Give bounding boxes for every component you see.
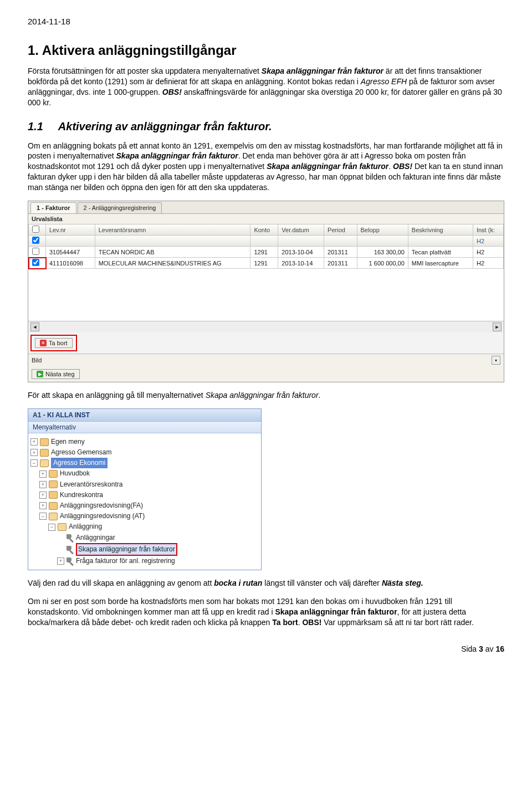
- folder-icon: [49, 502, 58, 510]
- folder-icon: [49, 491, 58, 499]
- tree-subtitle: Menyalternativ: [28, 421, 261, 433]
- folder-icon: [40, 449, 49, 457]
- expand-icon[interactable]: +: [39, 481, 47, 488]
- tree-label: Skapa anläggningar från fakturor: [76, 543, 177, 556]
- col-konto[interactable]: Konto: [250, 224, 278, 236]
- wrench-icon: [66, 546, 74, 553]
- tree-item[interactable]: −Agresso Ekonomi: [30, 458, 259, 468]
- arrow-right-icon: ▶: [37, 371, 43, 377]
- scroll-left-icon[interactable]: ◄: [30, 323, 39, 331]
- col-period[interactable]: Period: [324, 224, 357, 236]
- tree-label: Anläggning: [69, 521, 102, 532]
- expand-icon[interactable]: −: [30, 459, 38, 467]
- tree-title: A1 - KI ALLA INST: [28, 409, 261, 421]
- tree-item[interactable]: +Agresso Gemensam: [30, 447, 259, 458]
- expand-icon[interactable]: +: [39, 502, 47, 509]
- tree-label: Huvudbok: [60, 468, 90, 479]
- expand-icon[interactable]: −: [48, 524, 55, 531]
- tree-label: Kundreskontra: [60, 490, 103, 500]
- urvalslista-label: Urvalslista: [28, 214, 504, 224]
- table-row[interactable]: 4111016098 MOLECULAR MACHINES&INDUSTRIES…: [29, 258, 504, 269]
- tree-label: Anläggningsredovisning (AT): [60, 511, 145, 521]
- page-date: 2014-11-18: [28, 17, 504, 26]
- col-beskrivning[interactable]: Beskrivning: [408, 224, 473, 236]
- tree-label: Agresso Ekonomi: [51, 458, 108, 468]
- paragraph-select-row: Välj den rad du vill skapa en anläggning…: [28, 578, 504, 589]
- folder-icon: [49, 470, 58, 478]
- tab-fakturor[interactable]: 1 - Fakturor: [30, 202, 76, 213]
- tree-label: Leverantörsreskontra: [60, 479, 122, 490]
- tree-item[interactable]: Skapa anläggningar från fakturor: [30, 543, 259, 556]
- tree-label: Anläggningar: [76, 533, 115, 543]
- page-footer: Sida 3 av 16: [28, 644, 504, 653]
- tab-anlaggningsregistrering[interactable]: 2 - Anläggningsregistrering: [78, 202, 162, 213]
- filter-h2: H2: [473, 236, 503, 247]
- table-row[interactable]: 310544447 TECAN NORDIC AB 1291 2013-10-0…: [29, 247, 504, 258]
- wrench-icon: [66, 557, 74, 565]
- folder-open-icon: [40, 459, 49, 467]
- col-levnamn[interactable]: Leverantörsnamn: [95, 224, 250, 236]
- scroll-right-icon[interactable]: ►: [493, 323, 502, 331]
- folder-open-icon: [49, 513, 58, 520]
- screenshot-invoice-grid: 1 - Fakturor 2 - Anläggningsregistrering…: [28, 201, 504, 382]
- col-verdatum[interactable]: Ver.datum: [278, 224, 324, 236]
- ta-bort-button[interactable]: ✕ Ta bort: [35, 338, 73, 348]
- delete-icon: ✕: [40, 340, 47, 346]
- tree-item[interactable]: +Huvudbok: [30, 468, 259, 479]
- paragraph-reverse-cost: Om ni ser en post som borde ha kostnadsf…: [28, 596, 504, 628]
- tree-item[interactable]: +Anläggningsredovisning(FA): [30, 500, 259, 511]
- tree-label: Fråga fakturor för anl. registrering: [76, 556, 175, 566]
- expand-icon[interactable]: +: [30, 449, 38, 456]
- section-paragraph: Om en anläggning bokats på ett annat kon…: [28, 141, 504, 193]
- paragraph-goto-menu: För att skapa en anläggning gå till meny…: [28, 390, 504, 401]
- tree-item[interactable]: +Leverantörsreskontra: [30, 479, 259, 490]
- folder-icon: [49, 480, 58, 488]
- chevron-down-icon[interactable]: ▾: [492, 356, 500, 365]
- tree-item[interactable]: Anläggningar: [30, 533, 259, 543]
- ta-bort-highlight: ✕ Ta bort: [30, 335, 77, 351]
- intro-paragraph: Första förutsättningen för att poster sk…: [28, 66, 504, 108]
- screenshot-menu-tree: A1 - KI ALLA INST Menyalternativ +Egen m…: [28, 408, 262, 570]
- invoice-table: Lev.nr Leverantörsnamn Konto Ver.datum P…: [28, 224, 504, 321]
- expand-icon[interactable]: +: [39, 470, 47, 478]
- h1-title: 1. Aktivera anläggningstillgångar: [28, 43, 504, 58]
- tree-item[interactable]: +Kundreskontra: [30, 490, 259, 500]
- tree-item[interactable]: −Anläggning: [30, 521, 259, 532]
- col-levnr[interactable]: Lev.nr: [46, 224, 95, 236]
- tree-item[interactable]: +Egen meny: [30, 437, 259, 447]
- expand-icon[interactable]: +: [30, 438, 38, 446]
- folder-open-icon: [58, 523, 66, 531]
- expand-icon[interactable]: +: [39, 492, 47, 499]
- col-check[interactable]: [29, 224, 46, 236]
- tree-label: Anläggningsredovisning(FA): [60, 500, 143, 511]
- wrench-icon: [66, 534, 74, 541]
- expand-icon[interactable]: +: [57, 557, 64, 565]
- tree-item[interactable]: +Fråga fakturor för anl. registrering: [30, 556, 259, 566]
- expand-icon[interactable]: −: [39, 513, 47, 520]
- nasta-steg-button[interactable]: ▶ Nästa steg: [32, 369, 80, 379]
- tree-label: Egen meny: [51, 437, 85, 447]
- folder-icon: [40, 438, 49, 446]
- tree-label: Agresso Gemensam: [51, 447, 111, 458]
- col-belopp[interactable]: Belopp: [357, 224, 408, 236]
- col-inst[interactable]: Inst (k:: [473, 224, 503, 236]
- tree-item[interactable]: −Anläggningsredovisning (AT): [30, 511, 259, 521]
- bild-label: Bild: [32, 357, 42, 364]
- h2-title: 1.1 Aktivering av anläggningar från fakt…: [28, 120, 504, 133]
